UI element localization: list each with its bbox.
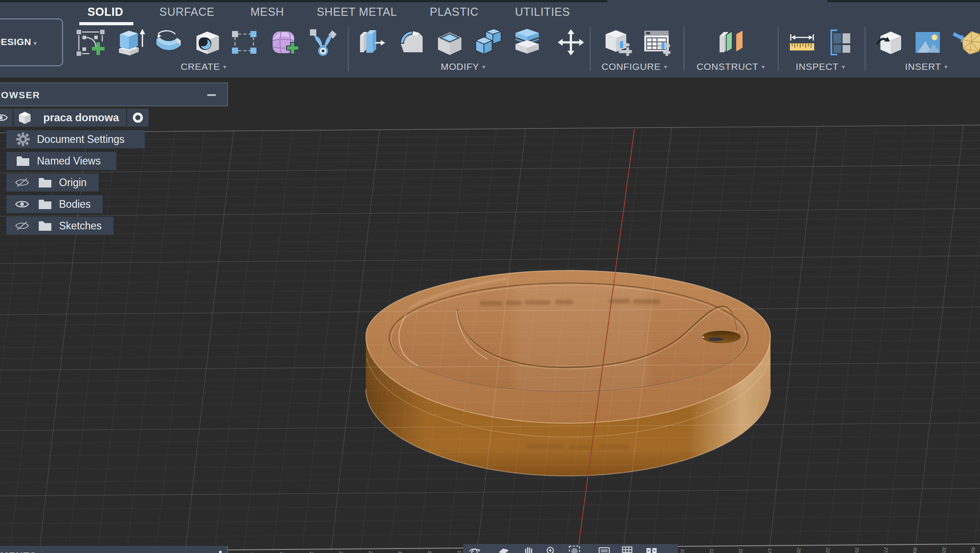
configure-button[interactable] xyxy=(603,28,633,57)
fillet-button[interactable] xyxy=(397,28,427,57)
gear-icon xyxy=(16,132,30,146)
press-pull-button[interactable] xyxy=(357,28,386,57)
configuration-table-icon xyxy=(642,28,671,57)
body-disc-3d[interactable] xyxy=(366,270,770,476)
grid-axis-label: 150 xyxy=(738,548,744,553)
group-label-insert[interactable]: INSERT▾ xyxy=(905,61,948,72)
canvas-button[interactable] xyxy=(913,28,942,57)
browser-item-root-component[interactable]: praca domowa xyxy=(14,109,126,127)
insert-mesh-button[interactable] xyxy=(952,28,980,57)
group-label-modify[interactable]: MODIFY▾ xyxy=(441,61,486,72)
grid-axis-label: 325 xyxy=(941,546,947,553)
group-label-text: INSERT xyxy=(905,61,941,72)
tab-solid[interactable]: SOLID xyxy=(87,5,123,18)
orbit-icon xyxy=(469,545,480,553)
display-settings-button[interactable] xyxy=(598,545,610,553)
viewports-icon xyxy=(646,545,657,553)
rectangular-pattern-icon xyxy=(230,28,258,57)
ribbon-toolbar: DESIGN ▾ SOLIDSURFACEMESHSHEET METALPLAS… xyxy=(0,0,980,78)
offset-face-button[interactable] xyxy=(512,28,542,57)
grid-axis-label: 275 xyxy=(883,547,889,553)
root-component-name: praca domowa xyxy=(43,111,119,124)
grid-axis-label: 125 xyxy=(456,550,462,553)
look-at-icon xyxy=(498,545,510,553)
grid-display-button[interactable] xyxy=(621,545,633,553)
tab-surface[interactable]: SURFACE xyxy=(160,5,214,18)
comments-panel-header[interactable]: COMMENTS xyxy=(0,546,228,553)
grid-axis-label: 250 xyxy=(854,547,860,553)
measure-button[interactable] xyxy=(788,28,816,57)
eye-icon xyxy=(15,199,29,209)
window-top-edge-left xyxy=(0,0,607,2)
combine-icon xyxy=(474,28,503,57)
browser-item-label: Bodies xyxy=(59,198,91,210)
orbit-button[interactable] xyxy=(469,545,480,553)
move-button[interactable] xyxy=(557,28,585,57)
pan-button[interactable] xyxy=(523,545,534,553)
workspace-switcher[interactable]: DESIGN ▾ xyxy=(0,18,63,66)
grid-display-icon xyxy=(621,545,633,553)
browser-item-bodies[interactable]: Bodies xyxy=(6,195,103,213)
browser-item-sketches[interactable]: Sketches xyxy=(6,217,114,235)
grid-axis-label: 225 xyxy=(338,551,344,553)
workspace-label: DESIGN xyxy=(0,37,32,47)
visibility-toggle-root[interactable] xyxy=(0,109,13,127)
create-form-button[interactable] xyxy=(270,28,299,57)
browser-panel-header[interactable]: BROWSER xyxy=(0,82,228,106)
browser-item-document-settings[interactable]: Document Settings xyxy=(6,130,145,148)
combine-button[interactable] xyxy=(474,28,503,57)
zoom-button[interactable] xyxy=(545,545,557,553)
view-navigation-bar xyxy=(463,544,678,553)
midplane-button[interactable] xyxy=(716,28,749,57)
viewports-button[interactable] xyxy=(646,545,657,553)
shell-button[interactable] xyxy=(435,28,465,57)
eye-slash-icon xyxy=(15,221,29,231)
group-label-create[interactable]: CREATE▾ xyxy=(181,61,227,72)
folder-icon xyxy=(38,177,52,188)
hole-button[interactable] xyxy=(192,28,222,57)
chevron-down-icon: ▾ xyxy=(944,63,948,70)
browser-item-named-views[interactable]: Named Views xyxy=(6,152,116,170)
canvas-icon xyxy=(913,28,942,57)
browser-item-label: Origin xyxy=(59,177,87,189)
group-label-construct[interactable]: CONSTRUCT▾ xyxy=(697,61,765,72)
tab-utilities[interactable]: UTILITIES xyxy=(515,5,570,18)
section-analysis-button[interactable] xyxy=(827,28,856,57)
tab-mesh[interactable]: MESH xyxy=(251,5,284,18)
generative-study-icon xyxy=(308,28,338,57)
collapse-panel-icon[interactable] xyxy=(207,94,216,96)
extrude-icon xyxy=(115,28,146,57)
display-settings-icon xyxy=(598,545,610,553)
browser-item-label: Document Settings xyxy=(37,133,124,146)
create-sketch-button[interactable] xyxy=(76,28,106,57)
press-pull-icon xyxy=(357,28,386,57)
eye-icon xyxy=(0,113,8,123)
midplane-icon xyxy=(716,28,749,57)
look-at-button[interactable] xyxy=(498,545,510,553)
insert-derive-button[interactable] xyxy=(876,28,905,57)
group-label-text: CONSTRUCT xyxy=(697,61,758,72)
zoom-icon xyxy=(545,545,557,553)
ribbon-group-divider xyxy=(684,27,684,71)
group-label-text: MODIFY xyxy=(441,61,479,72)
folder-icon xyxy=(38,198,52,210)
browser-item-origin[interactable]: Origin xyxy=(6,174,99,192)
group-label-configure[interactable]: CONFIGURE▾ xyxy=(602,61,667,72)
activate-component-radio[interactable] xyxy=(127,109,149,127)
configuration-table-button[interactable] xyxy=(642,28,671,57)
fit-button[interactable] xyxy=(569,545,580,553)
chevron-down-icon: ▾ xyxy=(33,39,37,47)
tab-sheet-metal[interactable]: SHEET METAL xyxy=(317,5,397,18)
configure-icon xyxy=(603,28,633,57)
grid-axis-label: 175 xyxy=(397,551,403,553)
grid-axis-label: 250 xyxy=(308,551,315,553)
rectangular-pattern-button[interactable] xyxy=(230,28,258,57)
comments-panel-title: COMMENTS xyxy=(0,550,37,553)
fit-icon xyxy=(569,545,580,553)
group-label-inspect[interactable]: INSPECT▾ xyxy=(796,61,845,72)
chevron-down-icon: ▾ xyxy=(664,63,667,70)
tab-plastic[interactable]: PLASTIC xyxy=(430,5,479,18)
revolve-button[interactable] xyxy=(154,28,184,57)
extrude-button[interactable] xyxy=(115,28,146,57)
generative-study-button[interactable] xyxy=(308,28,338,57)
